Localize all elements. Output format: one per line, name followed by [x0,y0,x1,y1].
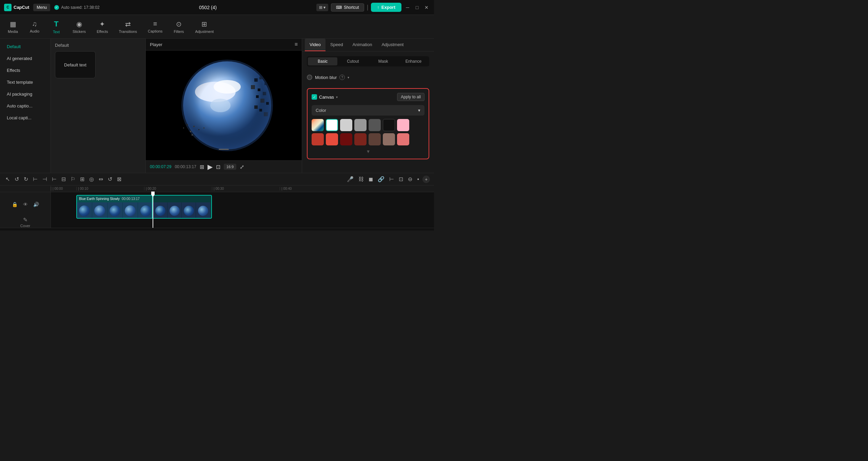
sidebar-item-ai-generated[interactable]: AI generated [3,53,48,64]
sub-tab-cutout[interactable]: Cutout [338,57,368,65]
trim-button[interactable]: ⊣ [41,175,48,183]
track-audio-button[interactable]: 🔊 [33,202,39,207]
tool-effects[interactable]: ✦ Effects [92,18,113,36]
tab-animation[interactable]: Animation [348,39,377,51]
align-button[interactable]: ⊢ [388,175,395,183]
color-swatches-row1 [312,119,425,131]
color-swatch-gradient[interactable] [312,119,324,131]
track-lock-button[interactable]: 🔒 [12,202,18,207]
track-visibility-button[interactable]: 👁 [23,202,28,207]
mic-button[interactable]: 🎤 [346,175,355,183]
playhead[interactable] [153,192,153,228]
undo-button[interactable]: ↺ [13,175,20,183]
tool-captions[interactable]: ≡ Captions [143,18,167,35]
export-button[interactable]: ↑ Export [371,3,401,12]
grid-view-button[interactable]: ⊞ [200,164,204,170]
apply-to-all-button[interactable]: Apply to all [397,93,425,101]
svg-point-18 [181,60,273,151]
color-swatch-mid-gray[interactable] [354,119,367,131]
help-icon[interactable]: ? [339,75,345,80]
motion-blur-dropdown-arrow[interactable]: ▾ [348,76,349,79]
captions-label: Captions [148,29,162,33]
trim-end-button[interactable]: ⊢ [51,175,58,183]
close-button[interactable]: ✕ [423,5,430,10]
mirror-button[interactable]: ⇔ [97,175,104,183]
tool-text[interactable]: T Text [46,18,66,36]
highlight-button[interactable]: ◼ [367,175,374,183]
motion-blur-label: Motion blur [315,75,337,80]
auto-saved-indicator: ✓ Auto saved: 17:38:02 [54,5,99,10]
shortcut-button[interactable]: ⌨ Shortcut [331,3,364,12]
tool-stickers[interactable]: ◉ Stickers [68,18,91,36]
color-swatch-gray-red[interactable] [369,133,381,145]
canvas-checkbox[interactable]: ✓ [312,94,317,100]
sidebar-item-default[interactable]: Default [3,41,48,52]
cover-label[interactable]: ✎ Cover [20,217,30,228]
tool-adjustment[interactable]: ⊞ Adjustment [190,18,218,36]
color-swatch-salmon[interactable] [397,133,409,145]
tab-speed[interactable]: Speed [326,39,348,51]
redo-button[interactable]: ↻ [22,175,29,183]
menu-button[interactable]: Menu [33,4,50,11]
player-menu-button[interactable]: ≡ [295,41,298,47]
timeline-scrollbar[interactable] [0,228,434,230]
subtitle-button[interactable]: ⊡ [397,175,405,183]
zoom-out-button[interactable]: ⊖ [407,175,414,183]
sidebar-item-local-caption[interactable]: Local capti... [3,113,48,123]
sub-tab-enhance[interactable]: Enhance [399,57,428,65]
canvas-collapse-arrow[interactable]: ▾ [336,95,338,99]
color-swatches-row2 [312,133,425,145]
tool-filters[interactable]: ⊙ Filters [169,18,189,36]
tool-transitions[interactable]: ⇄ Transitions [114,18,142,36]
color-dropdown-arrow: ▾ [418,108,420,113]
freeze-button[interactable]: ◎ [88,175,95,183]
sidebar-item-auto-caption[interactable]: Auto captio... [3,101,48,111]
text-label: Text [53,30,60,34]
media-icon: ▦ [10,20,16,28]
svg-rect-21 [190,131,191,132]
color-swatch-red[interactable] [312,133,324,145]
tool-media[interactable]: ▦ Media [3,18,23,36]
color-swatch-white[interactable] [326,119,338,131]
top-bar: C CapCut Menu ✓ Auto saved: 17:38:02 050… [0,0,434,15]
color-swatch-dark-gray[interactable] [369,119,381,131]
add-track-button[interactable]: + [422,176,430,183]
delete-button[interactable]: ⊟ [60,175,67,183]
layout-button[interactable]: ⊞ ▾ [316,4,328,11]
link-button[interactable]: 🔗 [376,175,386,183]
zoom-in-button[interactable]: • [416,176,420,183]
tab-adjustment[interactable]: Adjustment [377,39,408,51]
default-text-card[interactable]: Default text [55,51,96,78]
aspect-ratio-button[interactable]: 16:9 [224,164,236,170]
crop-button[interactable]: ⊠ [116,175,123,183]
sidebar-item-ai-packaging[interactable]: AI packaging [3,89,48,99]
rotate-button[interactable]: ↺ [106,175,114,183]
color-mode-dropdown[interactable]: Color ▾ [312,105,425,116]
color-swatch-brown[interactable] [383,133,395,145]
color-swatch-black[interactable] [383,119,395,131]
sub-tabs: Basic Cutout Mask Enhance [307,56,429,66]
color-swatch-light-gray[interactable] [340,119,352,131]
color-swatch-red2[interactable] [326,133,338,145]
tool-audio[interactable]: ♫ Audio [24,18,45,35]
select-tool-button[interactable]: ↖ [4,175,11,183]
flag-button[interactable]: ⚐ [69,175,77,183]
sidebar-item-text-template[interactable]: Text template [3,77,48,87]
screenshot-button[interactable]: ⊡ [216,164,220,170]
color-swatch-dark-red[interactable] [340,133,352,145]
maximize-button[interactable]: □ [414,5,420,10]
chain-button[interactable]: ⛓ [357,176,365,183]
play-button[interactable]: ▶ [208,163,213,171]
sub-tab-basic[interactable]: Basic [308,57,337,65]
sidebar-item-effects[interactable]: Effects [3,65,48,76]
minimize-button[interactable]: ─ [404,5,411,10]
video-clip[interactable]: Blue Earth Spinning Slowly 00:00:13:17 [76,195,212,219]
motion-blur-checkbox[interactable] [307,75,312,80]
fullscreen-button[interactable]: ⤢ [240,164,244,170]
sub-tab-mask[interactable]: Mask [369,57,398,65]
split-button[interactable]: ⊢ [32,175,39,183]
color-swatch-pink[interactable] [397,119,409,131]
tab-video[interactable]: Video [305,39,326,51]
expand-button[interactable]: ⊞ [79,175,86,183]
color-swatch-maroon[interactable] [354,133,367,145]
